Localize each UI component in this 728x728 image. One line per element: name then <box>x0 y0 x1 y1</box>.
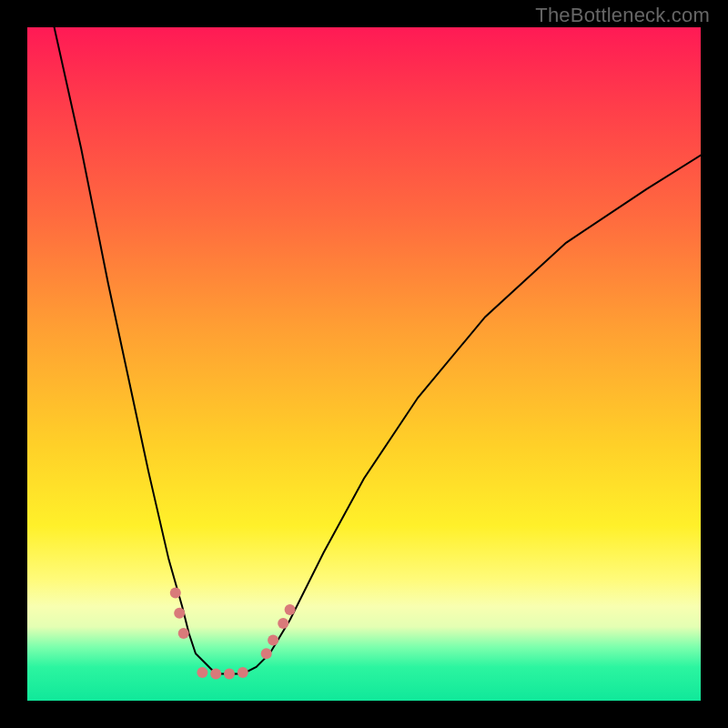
threshold-dot <box>170 588 181 599</box>
threshold-dot <box>197 667 207 678</box>
threshold-dot <box>285 604 296 615</box>
threshold-dot <box>224 668 235 679</box>
threshold-dot <box>178 628 189 639</box>
curve-layer <box>27 27 701 701</box>
chart-root: TheBottleneck.com <box>0 0 728 728</box>
watermark-text: TheBottleneck.com <box>535 4 710 27</box>
threshold-dot <box>238 667 248 678</box>
threshold-markers <box>170 588 296 680</box>
threshold-dot <box>278 618 288 629</box>
threshold-dot <box>261 648 272 659</box>
bottleneck-curve <box>55 27 701 673</box>
threshold-dot <box>268 634 278 645</box>
threshold-dot <box>210 668 221 679</box>
threshold-dot <box>174 608 185 619</box>
chart-frame <box>27 27 701 701</box>
